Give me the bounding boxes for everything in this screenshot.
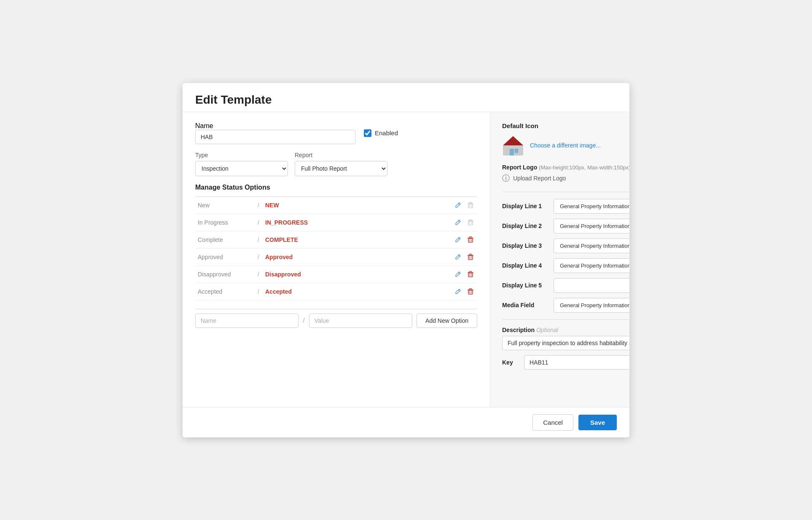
display-line-label-1: Display Line 1 — [502, 203, 549, 209]
key-label: Key — [502, 359, 519, 366]
svg-rect-21 — [469, 254, 472, 255]
upload-logo-label: Upload Report Logo — [513, 175, 566, 182]
svg-rect-1 — [468, 204, 473, 208]
delete-status-button[interactable] — [466, 253, 475, 261]
edit-status-button[interactable] — [454, 201, 462, 209]
svg-rect-25 — [468, 273, 473, 277]
name-input[interactable]: HAB — [195, 130, 355, 144]
modal-body: Name HAB Enabled Type Inspection Audit S… — [183, 112, 629, 407]
display-line-select-6[interactable]: General Property Information - Front of … — [554, 298, 629, 313]
right-divider-1 — [502, 192, 629, 192]
status-actions — [404, 253, 475, 261]
add-new-option-button[interactable]: Add New Option — [417, 314, 477, 328]
display-line-label-4: Display Line 4 — [502, 262, 549, 269]
trash-icon — [467, 271, 474, 278]
status-name-cell: New — [195, 197, 254, 214]
type-report-row: Type Inspection Audit Survey Report Full… — [195, 152, 477, 176]
modal-header: Edit Template — [183, 83, 629, 112]
status-value-cell: Accepted — [263, 283, 401, 300]
status-actions-cell — [401, 231, 477, 248]
new-option-value-input[interactable] — [309, 314, 412, 328]
name-field-wrap: Name HAB — [195, 122, 355, 144]
edit-icon — [454, 202, 461, 209]
report-select[interactable]: Full Photo Report Summary Report Minimal… — [295, 161, 387, 176]
enabled-wrap: Enabled — [364, 129, 398, 137]
status-actions — [404, 236, 475, 244]
description-input[interactable] — [502, 336, 629, 350]
table-row: Disapproved / Disapproved — [195, 265, 477, 283]
table-row: In Progress / IN_PROGRESS — [195, 214, 477, 231]
delete-status-button[interactable] — [466, 270, 475, 279]
delete-status-button[interactable] — [466, 236, 475, 244]
status-slash-cell: / — [254, 248, 263, 265]
type-select[interactable]: Inspection Audit Survey — [195, 161, 288, 176]
svg-rect-39 — [515, 149, 518, 153]
delete-status-button[interactable] — [466, 287, 475, 296]
manage-status-title: Manage Status Options — [195, 184, 477, 191]
display-lines-container: Display Line 1General Property Informati… — [502, 199, 629, 313]
display-line-label-3: Display Line 3 — [502, 242, 549, 249]
display-line-select-3[interactable]: General Property Information - Tenant Ty… — [554, 239, 629, 253]
svg-line-30 — [458, 290, 460, 291]
report-group: Report Full Photo Report Summary Report … — [295, 152, 387, 176]
display-line-row: Display Line 1General Property Informati… — [502, 199, 629, 214]
upload-logo-button[interactable]: ⓘ Upload Report Logo — [502, 173, 566, 183]
svg-rect-9 — [469, 220, 472, 221]
display-line-select-5[interactable] — [554, 278, 629, 293]
status-slash-cell: / — [254, 283, 263, 300]
edit-status-button[interactable] — [454, 287, 462, 296]
cancel-button[interactable]: Cancel — [532, 414, 573, 431]
display-line-label-5: Display Line 5 — [502, 282, 549, 289]
svg-rect-27 — [469, 271, 472, 273]
edit-status-button[interactable] — [454, 253, 462, 261]
edit-status-button[interactable] — [454, 236, 462, 244]
svg-rect-31 — [468, 290, 473, 294]
report-logo-hint: (Max-height:100px, Max-width:150px) — [539, 164, 629, 171]
delete-status-button-disabled — [466, 218, 475, 227]
status-actions-cell — [401, 214, 477, 231]
type-label: Type — [195, 152, 288, 158]
edit-icon — [454, 219, 461, 226]
default-icon-title: Default Icon — [502, 122, 629, 129]
status-value-cell: Disapproved — [263, 265, 401, 283]
status-actions-cell — [401, 197, 477, 214]
status-actions-cell — [401, 248, 477, 265]
status-value-cell: NEW — [263, 197, 401, 214]
choose-image-link[interactable]: Choose a different image... — [530, 142, 601, 149]
svg-rect-15 — [469, 237, 472, 238]
svg-line-0 — [458, 204, 460, 205]
enabled-checkbox[interactable] — [364, 129, 371, 137]
trash-icon-disabled — [467, 219, 474, 226]
status-slash-cell: / — [254, 197, 263, 214]
edit-status-button[interactable] — [454, 270, 462, 279]
table-row: Approved / Approved — [195, 248, 477, 265]
svg-rect-33 — [469, 289, 472, 290]
display-line-row: Display Line 3General Property Informati… — [502, 239, 629, 253]
svg-marker-37 — [503, 136, 523, 145]
status-actions-cell — [401, 283, 477, 300]
status-actions-cell — [401, 265, 477, 283]
svg-rect-13 — [468, 239, 473, 242]
svg-rect-19 — [468, 256, 473, 260]
new-option-name-input[interactable] — [195, 314, 298, 328]
default-icon-row: Choose a different image... — [502, 134, 629, 156]
display-line-select-1[interactable]: General Property Information - Habitabil… — [554, 199, 629, 214]
right-panel: Default Icon Choose a different image...… — [490, 112, 629, 407]
status-value-cell: Approved — [263, 248, 401, 265]
edit-template-modal: Edit Template Name HAB Enabled Type — [183, 83, 629, 437]
table-row: New / NEW — [195, 197, 477, 214]
key-input[interactable] — [524, 355, 629, 370]
report-label: Report — [295, 152, 387, 158]
delete-status-button-disabled — [466, 201, 475, 209]
status-table: New / NEW — [195, 197, 477, 300]
edit-icon — [454, 254, 461, 260]
house-icon — [502, 134, 524, 156]
status-actions — [404, 218, 475, 227]
save-button[interactable]: Save — [578, 415, 617, 430]
svg-rect-7 — [468, 221, 473, 225]
display-line-select-2[interactable]: General Property Information - Property … — [554, 219, 629, 233]
edit-status-button[interactable] — [454, 218, 462, 227]
status-name-cell: Complete — [195, 231, 254, 248]
display-line-select-4[interactable]: General Property Information - Descripti… — [554, 258, 629, 273]
svg-rect-38 — [510, 149, 514, 155]
